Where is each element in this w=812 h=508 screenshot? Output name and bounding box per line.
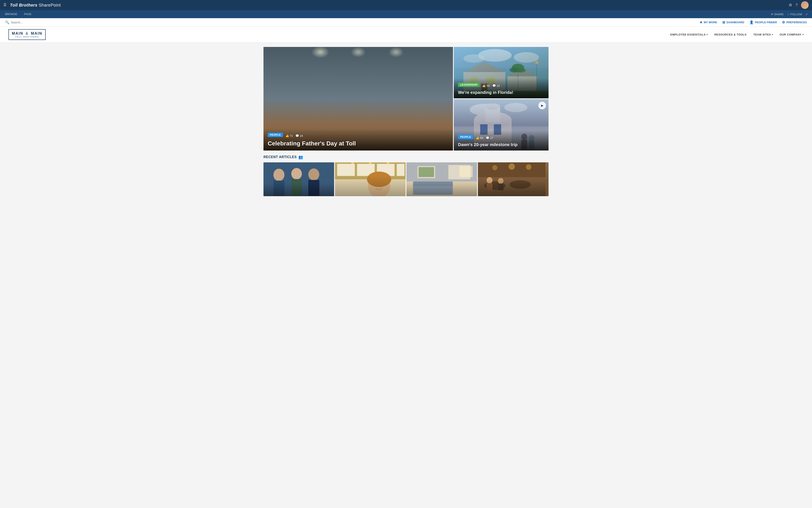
svg-point-30 [353, 86, 363, 98]
help-icon[interactable]: ? [796, 3, 798, 7]
article-card-1[interactable] [263, 162, 334, 196]
dashboard-label: DASHBOARD [726, 21, 744, 24]
hero-side2-title: Dawn's 20-year milestone trip [458, 142, 544, 147]
second-nav-bar: BROWSE PAGE ⟳ SHARE ☆ FOLLOW ⤢ [0, 10, 812, 18]
my-work-button[interactable]: ★ MY WORK [699, 20, 717, 24]
comment-icon-2: 💬 [486, 136, 489, 139]
site-logo[interactable]: MAIN & MAIN TOLL BROTHERS [8, 29, 46, 40]
people-finder-label: PEOPLE FINDER [755, 21, 777, 24]
svg-rect-49 [454, 47, 549, 68]
svg-rect-29 [338, 98, 348, 116]
recent-articles-header: RECENT ARTICLES 👥 [263, 155, 549, 159]
svg-point-32 [367, 87, 377, 98]
hero-side2-card[interactable]: ▶ PEOPLE 👍 62 💬 17 Dawn's 20-year milest… [454, 99, 549, 151]
team-sites-caret-icon: ▾ [772, 33, 773, 36]
search-input[interactable] [11, 21, 74, 24]
svg-point-38 [410, 86, 421, 98]
people-finder-button[interactable]: 👤 PEOPLE FINDER [749, 20, 777, 24]
svg-rect-25 [309, 99, 319, 116]
svg-rect-17 [381, 54, 416, 77]
brand-title: Toll Brothers SharePoint [10, 3, 61, 8]
recent-articles-title: RECENT ARTICLES [263, 155, 297, 159]
my-work-icon: ★ [699, 20, 702, 24]
nav-our-company[interactable]: OUR COMPANY ▾ [780, 33, 804, 36]
recent-articles-people-icon[interactable]: 👥 [298, 155, 303, 159]
svg-rect-21 [279, 99, 289, 117]
main-content: PEOPLE 👍 71 💬 24 Celebrating Father's Da… [260, 43, 552, 200]
page-nav-item[interactable]: PAGE [23, 10, 32, 18]
article-card-2[interactable] [335, 162, 406, 196]
logo-ampersand: & [26, 31, 29, 36]
article-card-3[interactable] [406, 162, 477, 196]
svg-point-75 [486, 103, 500, 110]
hero-side1-comments: 💬 12 [492, 84, 500, 87]
follow-button[interactable]: ☆ FOLLOW [787, 13, 802, 16]
svg-point-70 [470, 104, 499, 116]
brand-name-suffix: SharePoint [39, 3, 61, 7]
svg-rect-1 [263, 47, 453, 63]
browse-nav-item[interactable]: BROWSE [4, 10, 18, 18]
hero-side2-comments: 💬 17 [486, 136, 493, 139]
avatar-image [801, 1, 809, 9]
hero-main-tag: PEOPLE [268, 133, 283, 137]
play-button[interactable]: ▶ [538, 102, 546, 109]
svg-rect-27 [323, 97, 333, 117]
hero-side1-overlay: LEADERSHIP 👍 54 💬 12 We're expanding in … [454, 78, 549, 98]
top-nav-bar: ⠿ Toll Brothers SharePoint ⚙ ? [0, 0, 812, 10]
hero-side1-tag-wrap: LEADERSHIP 👍 54 💬 12 [458, 83, 544, 89]
dashboard-button[interactable]: ⊞ DASHBOARD [722, 20, 744, 24]
hero-main-card[interactable]: PEOPLE 👍 71 💬 24 Celebrating Father's Da… [263, 47, 453, 151]
site-nav: EMPLOYEE ESSENTIALS ▾ RESOURCES & TOOLS … [670, 33, 804, 36]
svg-rect-16 [344, 54, 378, 77]
top-nav-right: ⚙ ? [789, 1, 809, 9]
follow-label: FOLLOW [790, 13, 802, 16]
hero-side1-card[interactable]: LEADERSHIP 👍 54 💬 12 We're expanding in … [454, 47, 549, 98]
my-work-label: MY WORK [704, 21, 717, 24]
share-button[interactable]: ⟳ SHARE [771, 13, 784, 16]
nav-resources-tools[interactable]: RESOURCES & TOOLS [714, 33, 746, 36]
svg-point-51 [514, 52, 539, 63]
hero-main-title: Celebrating Father's Day at Toll [268, 140, 449, 147]
like-icon-1: 👍 [482, 84, 486, 87]
svg-rect-14 [269, 54, 303, 77]
nav-employee-essentials-label: EMPLOYEE ESSENTIALS [670, 33, 706, 36]
settings-icon[interactable]: ⚙ [789, 3, 792, 7]
avatar[interactable] [801, 1, 809, 9]
hero-main-comments-count: 24 [300, 134, 303, 137]
waffle-icon[interactable]: ⠿ [3, 3, 7, 8]
svg-rect-41 [425, 97, 435, 116]
people-finder-icon: 👤 [749, 20, 754, 24]
nav-team-sites[interactable]: TEAM SITES ▾ [754, 33, 773, 36]
share-icon: ⟳ [771, 13, 773, 16]
logo-box: MAIN & MAIN TOLL BROTHERS [8, 29, 46, 40]
svg-marker-54 [463, 61, 505, 72]
nav-employee-essentials[interactable]: EMPLOYEE ESSENTIALS ▾ [670, 33, 707, 36]
svg-point-34 [381, 86, 392, 98]
hero-main-likes-count: 71 [290, 134, 293, 137]
svg-point-62 [510, 68, 520, 73]
dashboard-icon: ⊞ [722, 20, 725, 24]
top-nav-left: ⠿ Toll Brothers SharePoint [3, 3, 61, 8]
comment-icon-1: 💬 [492, 84, 496, 87]
hero-grid: PEOPLE 👍 71 💬 24 Celebrating Father's Da… [263, 47, 549, 151]
nav-team-sites-label: TEAM SITES [754, 33, 771, 36]
svg-point-40 [425, 87, 435, 98]
svg-point-42 [438, 87, 448, 99]
svg-point-61 [512, 64, 524, 72]
hero-side2-tag: PEOPLE [458, 135, 473, 139]
focus-icon: ⤢ [805, 13, 808, 16]
like-icon: 👍 [285, 134, 289, 137]
preferences-button[interactable]: ⚙ PREFERENCES [782, 20, 807, 24]
focus-button[interactable]: ⤢ [805, 13, 808, 16]
hero-main-tag-wrap: PEOPLE 👍 71 💬 24 [268, 133, 449, 139]
svg-rect-115 [406, 162, 477, 196]
hero-side1-likes-count: 54 [487, 84, 490, 87]
search-icon: 🔍 [5, 20, 9, 24]
article-card-3-image [406, 162, 477, 196]
article-card-4[interactable] [478, 162, 549, 196]
preferences-icon: ⚙ [782, 20, 785, 24]
hero-main-overlay: PEOPLE 👍 71 💬 24 Celebrating Father's Da… [263, 129, 453, 151]
brand-name-italic: Toll Brothers [10, 3, 37, 7]
svg-point-20 [279, 89, 289, 100]
search-right: ★ MY WORK ⊞ DASHBOARD 👤 PEOPLE FINDER ⚙ … [699, 20, 807, 24]
